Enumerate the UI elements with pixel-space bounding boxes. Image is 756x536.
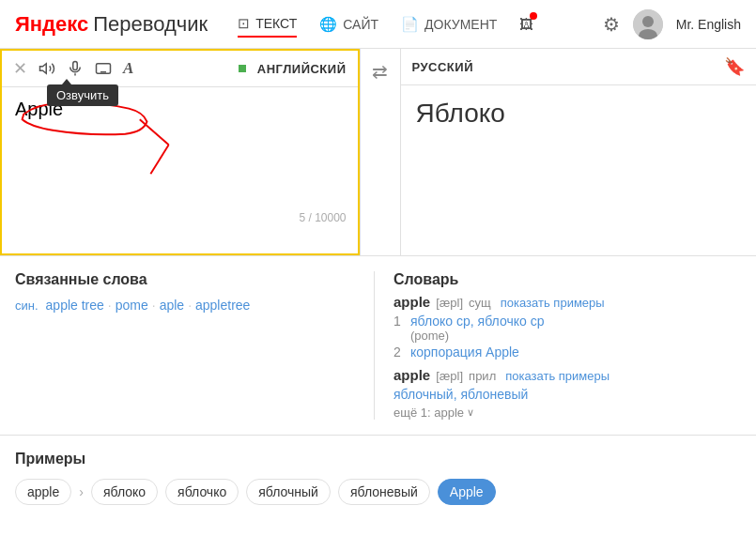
dict-word-row-2: apple [æpl] прил показать примеры (393, 367, 737, 383)
dict-headword-2: apple (393, 367, 430, 383)
related-words-section: Связанные слова син. apple tree · pome ·… (0, 271, 375, 420)
chip-yabloneviy[interactable]: яблоневый (338, 479, 430, 505)
keyboard-button[interactable] (95, 60, 112, 77)
dict-more-chevron: ∨ (467, 406, 474, 419)
chip-arrow: › (79, 484, 84, 499)
tooltip: Озвучить (47, 84, 118, 106)
chip-yablochko[interactable]: яблочко (165, 479, 239, 505)
dict-translations-1: 1 яблоко ср, яблочко ср (pome) 2 корпора… (393, 314, 737, 360)
dot-sep-1: · (108, 298, 112, 313)
related-words-list: син. apple tree · pome · aple · appletre… (15, 298, 359, 313)
source-lang-label: АНГЛИЙСКИЙ (257, 62, 347, 76)
swap-icon: ⇄ (372, 60, 388, 83)
bookmark-button[interactable]: 🔖 (724, 56, 745, 77)
tab-document[interactable]: 📄 ДОКУМЕНТ (401, 12, 497, 37)
translation-text: Яблоко (401, 85, 757, 142)
tab-text[interactable]: ⊡ ТЕКСТ (238, 11, 297, 38)
dict-word-row-1: apple [æpl] сущ показать примеры (393, 294, 737, 310)
font-button[interactable]: A (123, 59, 133, 78)
content-area: Связанные слова син. apple tree · pome ·… (0, 256, 756, 436)
tab-site[interactable]: 🌐 САЙТ (319, 12, 378, 37)
dictionary-title: Словарь (393, 271, 737, 288)
related-word-1[interactable]: apple tree (46, 298, 104, 313)
chip-yabloko[interactable]: яблоко (91, 479, 158, 505)
examples-chips: apple › яблоко яблочко яблочный яблоневы… (15, 479, 741, 505)
dict-show-examples-1[interactable]: показать примеры (501, 296, 605, 310)
dot-sep-3: · (188, 298, 192, 313)
dot-sep-2: · (152, 298, 156, 313)
settings-button[interactable]: ⚙ (603, 13, 620, 36)
dict-translation-1-2: 2 корпорация Apple (393, 345, 737, 360)
source-panel-header: ✕ A АНГЛИЙСКИЙ (2, 51, 358, 87)
svg-rect-4 (73, 62, 78, 70)
dict-entry-2: apple [æpl] прил показать примеры яблочн… (393, 367, 737, 420)
target-panel-header: РУССКИЙ 🔖 (401, 49, 757, 85)
related-word-4[interactable]: appletree (195, 298, 250, 313)
related-word-3[interactable]: aple (160, 298, 184, 313)
mic-button[interactable] (67, 60, 84, 77)
dict-num-1-1: 1 (393, 314, 407, 329)
dict-headword-1: apple (393, 294, 430, 310)
dict-pos-2: прил (469, 369, 496, 383)
doc-icon: 📄 (401, 16, 419, 33)
dict-transcription-2: [æpl] (436, 369, 463, 383)
related-word-2[interactable]: pome (116, 298, 148, 313)
char-count: 5 / 10000 (299, 211, 346, 224)
tab-document-label: ДОКУМЕНТ (424, 17, 497, 32)
dict-transcription-1: [æpl] (436, 296, 463, 310)
synonym-label: син. (15, 299, 39, 313)
chip-apple[interactable]: apple (15, 479, 71, 505)
tab-site-label: САЙТ (343, 17, 378, 32)
tab-image[interactable]: 🖼 (519, 12, 533, 36)
examples-title: Примеры (15, 451, 741, 467)
source-input-area: Apple 5 / 10000 (2, 87, 358, 232)
text-icon: ⊡ (238, 15, 250, 32)
dictionary-section: Словарь apple [æpl] сущ показать примеры… (375, 271, 756, 420)
notification-dot (530, 12, 537, 20)
speak-button[interactable] (39, 60, 55, 77)
target-panel: РУССКИЙ 🔖 Яблоко (401, 49, 757, 255)
dict-more-text: ещё 1: apple (393, 406, 464, 420)
user-avatar[interactable] (633, 9, 663, 39)
header: Яндекс Переводчик ⊡ ТЕКСТ 🌐 САЙТ 📄 ДОКУМ… (0, 0, 756, 49)
related-words-title: Связанные слова (15, 271, 359, 288)
tooltip-arrow (62, 79, 71, 84)
nav-tabs: ⊡ ТЕКСТ 🌐 САЙТ 📄 ДОКУМЕНТ 🖼 (238, 11, 533, 38)
header-actions: ⚙ Mr. English (603, 9, 741, 39)
target-lang-label: РУССКИЙ (412, 60, 474, 74)
examples-section: Примеры apple › яблоко яблочко яблочный … (0, 436, 756, 520)
dict-trans-text-1-1: яблоко ср, яблочко ср (410, 314, 544, 329)
chip-yablochniy[interactable]: яблочный (246, 479, 331, 505)
swap-button[interactable]: ⇄ (360, 49, 401, 255)
svg-point-1 (642, 16, 654, 27)
dict-translation-1-1: 1 яблоко ср, яблочко ср (pome) (393, 314, 737, 343)
avatar-icon (633, 9, 663, 39)
dict-num-1-2: 2 (393, 345, 407, 360)
dict-show-examples-2[interactable]: показать примеры (505, 369, 609, 383)
source-panel: Озвучить ✕ A АНГЛИЙСКИЙ Apple 5 / 10000 (0, 49, 360, 255)
translator: Озвучить ✕ A АНГЛИЙСКИЙ Apple 5 / 10000 (0, 49, 756, 256)
svg-marker-3 (40, 64, 47, 74)
dict-trans-text-1-2: корпорация Apple (410, 345, 519, 360)
dict-pos-1: сущ (469, 296, 491, 310)
tab-text-label: ТЕКСТ (255, 16, 297, 31)
logo-yandex: Яндекс (15, 12, 88, 37)
globe-icon: 🌐 (319, 16, 337, 33)
chip-apple-brand[interactable]: Apple (438, 479, 496, 505)
logo[interactable]: Яндекс Переводчик (15, 12, 208, 37)
dict-note-1-1: (pome) (410, 329, 544, 343)
dict-entry-1: apple [æpl] сущ показать примеры 1 яблок… (393, 294, 737, 360)
source-lang-dot (239, 65, 246, 72)
dict-trans-text-2-1: яблочный, яблоневый (393, 387, 737, 402)
dict-more[interactable]: ещё 1: apple ∨ (393, 406, 737, 420)
source-textarea[interactable]: Apple (2, 87, 358, 228)
clear-button[interactable]: ✕ (13, 58, 27, 79)
user-name[interactable]: Mr. English (676, 17, 741, 32)
logo-translate: Переводчик (93, 12, 208, 37)
